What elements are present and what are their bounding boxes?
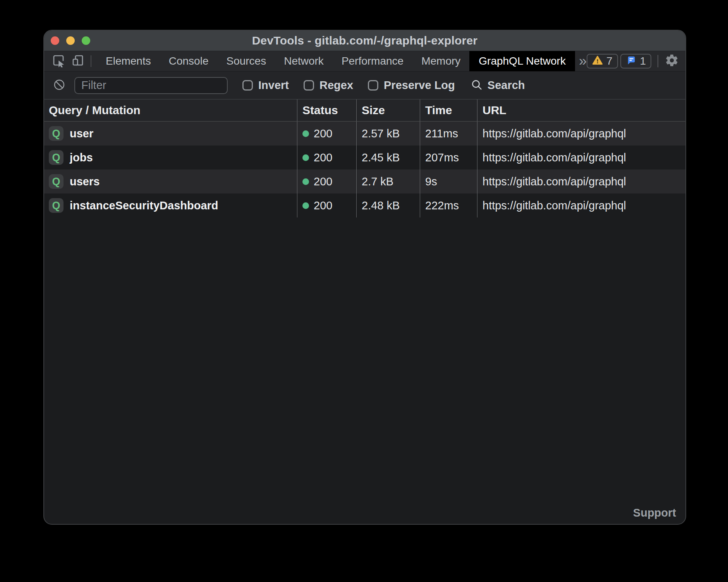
gear-icon <box>665 53 679 69</box>
query-name: users <box>70 175 100 188</box>
column-header-status[interactable]: Status <box>297 99 356 121</box>
response-time: 207ms <box>420 146 477 169</box>
warnings-badge-button[interactable]: 7 <box>587 54 618 68</box>
more-tabs-chevron-icon[interactable]: » <box>579 54 587 68</box>
query-name: user <box>70 127 93 140</box>
status-ok-dot <box>302 178 309 185</box>
request-url: https://gitlab.com/api/graphql <box>477 122 685 146</box>
messages-count: 1 <box>640 55 646 67</box>
request-url: https://gitlab.com/api/graphql <box>477 146 685 169</box>
preserve-log-checkbox-group[interactable]: Preserve Log <box>368 79 455 92</box>
close-window-button[interactable] <box>51 36 59 45</box>
table-row[interactable]: Qjobs 200 2.45 kB 207ms https://gitlab.c… <box>44 146 685 169</box>
tab-memory[interactable]: Memory <box>412 51 469 71</box>
block-circle-icon <box>53 79 65 92</box>
status-code: 200 <box>314 127 332 140</box>
more-options-button[interactable] <box>679 54 686 68</box>
filter-input[interactable] <box>74 77 228 94</box>
request-url: https://gitlab.com/api/graphql <box>477 169 685 193</box>
warnings-count: 7 <box>606 55 613 67</box>
search-icon <box>470 79 483 92</box>
regex-checkbox[interactable] <box>304 80 314 91</box>
status-ok-dot <box>302 154 309 161</box>
request-url: https://gitlab.com/api/graphql <box>477 193 685 217</box>
settings-button[interactable] <box>664 54 679 68</box>
response-size: 2.45 kB <box>356 146 420 169</box>
inspect-element-button[interactable] <box>51 54 66 68</box>
column-header-query-mutation[interactable]: Query / Mutation <box>44 99 297 121</box>
kebab-menu-icon <box>685 55 686 67</box>
query-type-badge: Q <box>49 126 64 141</box>
column-header-size[interactable]: Size <box>356 99 420 121</box>
query-name: instanceSecurityDashboard <box>70 199 218 212</box>
table-row[interactable]: Quser 200 2.57 kB 211ms https://gitlab.c… <box>44 122 685 146</box>
invert-label: Invert <box>258 79 289 92</box>
table-header-row: Query / Mutation Status Size Time URL <box>44 99 685 122</box>
query-type-badge: Q <box>49 198 64 213</box>
traffic-lights <box>51 31 90 51</box>
clear-button[interactable] <box>52 78 67 93</box>
inspect-cursor-icon <box>52 53 65 69</box>
warning-triangle-icon <box>592 55 603 67</box>
status-ok-dot <box>302 130 309 137</box>
tab-sources[interactable]: Sources <box>217 51 275 71</box>
minimize-window-button[interactable] <box>66 36 75 45</box>
status-code: 200 <box>314 199 332 212</box>
tab-graphql-network[interactable]: GraphQL Network <box>469 51 575 71</box>
invert-checkbox-group[interactable]: Invert <box>242 79 289 92</box>
response-time: 211ms <box>420 122 477 146</box>
title-bar: DevTools - gitlab.com/-/graphql-explorer <box>44 31 685 51</box>
search-button[interactable]: Search <box>470 79 525 92</box>
table-row[interactable]: QinstanceSecurityDashboard 200 2.48 kB 2… <box>44 193 685 217</box>
column-header-time[interactable]: Time <box>420 99 477 121</box>
regex-checkbox-group[interactable]: Regex <box>304 79 353 92</box>
response-time: 222ms <box>420 193 477 217</box>
tab-network[interactable]: Network <box>275 51 333 71</box>
tab-console[interactable]: Console <box>160 51 218 71</box>
invert-checkbox[interactable] <box>242 80 253 91</box>
preserve-log-label: Preserve Log <box>384 79 455 92</box>
status-code: 200 <box>314 175 332 188</box>
status-ok-dot <box>302 202 309 209</box>
column-header-url[interactable]: URL <box>477 99 685 121</box>
device-toolbar-icon <box>71 53 85 69</box>
toolbar-divider <box>91 55 91 67</box>
table-row[interactable]: Qusers 200 2.7 kB 9s https://gitlab.com/… <box>44 169 685 193</box>
tab-elements[interactable]: Elements <box>97 51 160 71</box>
response-size: 2.48 kB <box>356 193 420 217</box>
query-type-badge: Q <box>49 150 64 165</box>
toggle-device-toolbar-button[interactable] <box>70 54 85 68</box>
toolbar-divider <box>658 55 658 67</box>
devtools-window: DevTools - gitlab.com/-/graphql-explorer… <box>43 30 686 525</box>
message-bubble-icon <box>626 55 637 67</box>
tab-performance[interactable]: Performance <box>333 51 412 71</box>
status-code: 200 <box>314 151 332 164</box>
zoom-window-button[interactable] <box>82 36 90 45</box>
support-link[interactable]: Support <box>633 507 676 519</box>
response-size: 2.57 kB <box>356 122 420 146</box>
query-name: jobs <box>70 151 93 164</box>
devtools-tab-bar: Elements Console Sources Network Perform… <box>44 51 685 72</box>
response-size: 2.7 kB <box>356 169 420 193</box>
filter-bar: Invert Regex Preserve Log Search <box>44 72 685 99</box>
regex-label: Regex <box>319 79 353 92</box>
query-type-badge: Q <box>49 174 64 189</box>
response-time: 9s <box>420 169 477 193</box>
search-label: Search <box>488 79 525 92</box>
preserve-log-checkbox[interactable] <box>368 80 378 91</box>
window-title: DevTools - gitlab.com/-/graphql-explorer <box>252 34 478 47</box>
messages-badge-button[interactable]: 1 <box>620 54 652 68</box>
